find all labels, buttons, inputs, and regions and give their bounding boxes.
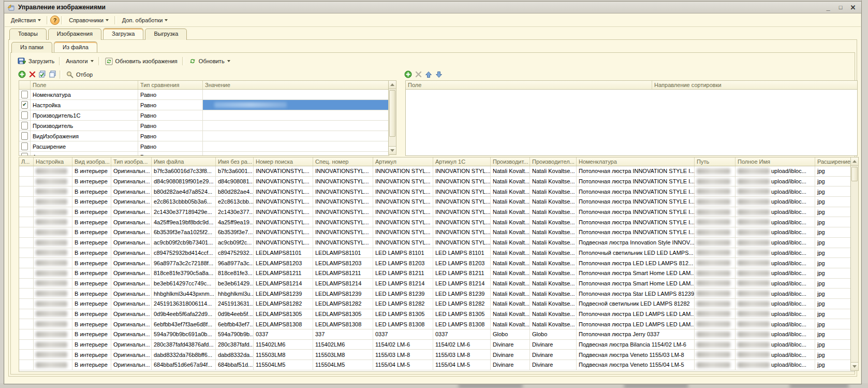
filter-field-cell[interactable]: ВидИзображения bbox=[31, 131, 138, 141]
filter-comparison-cell[interactable]: Равно bbox=[138, 90, 203, 99]
sort-add-icon[interactable] bbox=[403, 70, 413, 79]
column-header-comparison[interactable]: Тип сравнения bbox=[138, 81, 203, 89]
menu-catalogs[interactable]: Справочники bbox=[65, 16, 113, 25]
table-row[interactable]: В интерьереОригинальн...hhbghlkml3u443px… bbox=[19, 289, 855, 299]
help-icon[interactable]: ? bbox=[50, 16, 60, 25]
column-header-kind[interactable]: Вид изобра... bbox=[72, 157, 111, 166]
table-row[interactable]: В интерьереОригинальн...d84c9080819f901e… bbox=[19, 177, 855, 187]
filter-button[interactable]: Отбор bbox=[63, 70, 96, 79]
checkbox[interactable] bbox=[21, 91, 28, 98]
analogs-button[interactable]: Аналоги bbox=[63, 57, 96, 65]
filter-value-cell[interactable] bbox=[203, 90, 389, 99]
filter-comparison-cell[interactable]: Равно bbox=[138, 141, 203, 151]
table-row[interactable]: В интерьереОригинальн...dabd8332da76b8bf… bbox=[19, 350, 855, 360]
close-button[interactable]: ✕ bbox=[848, 3, 858, 12]
column-header-maker2[interactable]: Производител... bbox=[530, 157, 577, 166]
filter-row[interactable]: АртикулРавно bbox=[19, 152, 389, 156]
scroll-up-icon[interactable] bbox=[389, 81, 396, 89]
filter-field-cell[interactable]: Номенклатура bbox=[31, 90, 138, 99]
check-all-icon[interactable] bbox=[37, 70, 48, 79]
column-header-shortname[interactable]: Имя без ра... bbox=[216, 157, 254, 166]
filter-row[interactable]: НоменклатураРавно bbox=[19, 90, 389, 100]
table-row[interactable]: В интерьереОригинальн...6b3539f3e7aa1025… bbox=[19, 227, 855, 238]
refresh-images-button[interactable]: Обновить изображения bbox=[102, 56, 181, 66]
table-row[interactable]: В интерьереОригинальн...818ce81fe3790c5a… bbox=[19, 268, 855, 279]
column-header-specnum[interactable]: Спец. номер bbox=[313, 157, 373, 166]
filter-value-cell[interactable] bbox=[203, 121, 389, 131]
table-row[interactable]: В интерьереОригинальн...2c1430e377189429… bbox=[19, 207, 855, 218]
filter-value-cell[interactable] bbox=[203, 141, 389, 151]
column-header-field[interactable]: Поле bbox=[406, 81, 652, 89]
filter-scrollbar[interactable] bbox=[388, 80, 396, 155]
load-button[interactable]: Загрузить bbox=[14, 56, 57, 66]
filter-value-cell[interactable] bbox=[203, 152, 389, 156]
table-row[interactable]: В интерьереОригинальн...0d9b4eeb5f6afa22… bbox=[19, 309, 855, 320]
column-header-artikul[interactable]: Артикул bbox=[373, 157, 433, 166]
column-header-filename[interactable]: Имя файла bbox=[152, 157, 216, 166]
column-header-type[interactable]: Тип изобра... bbox=[111, 157, 152, 166]
refresh-button[interactable]: Обновить bbox=[186, 56, 233, 66]
filter-row[interactable]: ВидИзображенияРавно bbox=[19, 131, 389, 141]
filter-value-cell[interactable] bbox=[203, 110, 389, 120]
column-header-setting[interactable]: Настройка bbox=[34, 157, 72, 166]
tab-tovary[interactable]: Товары bbox=[9, 28, 47, 40]
menu-extra-processing[interactable]: Доп. обработки bbox=[118, 16, 172, 25]
table-row[interactable]: В интерьереОригинальн...e2c8613cbbb05b3a… bbox=[19, 197, 855, 207]
filter-comparison-cell[interactable]: Равно bbox=[138, 100, 203, 110]
filter-field-cell[interactable]: Расширение bbox=[31, 141, 138, 151]
checkbox[interactable] bbox=[21, 132, 28, 140]
scroll-up-icon[interactable] bbox=[851, 157, 858, 166]
subtab-iz-fayla[interactable]: Из файла bbox=[54, 41, 97, 52]
scrollbar-thumb[interactable] bbox=[851, 167, 858, 181]
filter-comparison-cell[interactable]: Равно bbox=[138, 121, 203, 131]
filter-comparison-cell[interactable]: Равно bbox=[138, 131, 203, 141]
menu-actions[interactable]: Действия bbox=[7, 16, 45, 25]
table-row[interactable]: В интерьереОригинальн...c894752932bd414c… bbox=[19, 248, 855, 258]
table-row[interactable]: В интерьереОригинальн...6ebfbb43ef7f3ae6… bbox=[19, 319, 855, 329]
table-row[interactable]: В интерьереОригинальн...4a25ff9ea19bf8bd… bbox=[19, 217, 855, 227]
table-row[interactable]: В интерьереОригинальн...b80d282ae4d7a852… bbox=[19, 186, 855, 197]
filter-field-cell[interactable]: Настройка bbox=[31, 100, 138, 110]
table-row[interactable]: В интерьереОригинальн...684bbaf51d6e67a9… bbox=[19, 360, 855, 370]
filter-row[interactable]: ✔НастройкаРавно bbox=[19, 100, 389, 110]
move-up-icon[interactable] bbox=[423, 70, 434, 79]
table-row[interactable]: В интерьереОригинальн...b7fc3a60016d7c33… bbox=[19, 166, 855, 177]
column-header-field[interactable]: Поле bbox=[31, 81, 138, 89]
scrollbar-thumb[interactable] bbox=[389, 90, 395, 137]
filter-field-cell[interactable]: Производитель1С bbox=[31, 110, 138, 120]
delete-row-icon[interactable] bbox=[27, 70, 37, 79]
column-header-ext[interactable]: Расширение bbox=[815, 157, 852, 166]
column-header-maker1[interactable]: Производит... bbox=[491, 157, 530, 166]
add-row-icon[interactable] bbox=[17, 70, 27, 79]
column-header-l[interactable]: Л... bbox=[19, 157, 34, 166]
tab-izobrazheniya[interactable]: Изображения bbox=[48, 28, 101, 40]
checkbox[interactable] bbox=[21, 111, 28, 119]
column-header-direction[interactable]: Направление сортировки bbox=[652, 81, 857, 89]
table-row[interactable]: В интерьереОригинальн...ac9cb09f2cb9b734… bbox=[19, 238, 855, 248]
filter-value-cell[interactable] bbox=[203, 131, 389, 141]
column-header-fullname[interactable]: Полное Имя bbox=[735, 157, 815, 166]
maximize-button[interactable]: □ bbox=[835, 3, 846, 12]
checkbox[interactable]: ✔ bbox=[21, 101, 28, 109]
table-row[interactable]: В интерьереОригинальн...280c387fafd43876… bbox=[19, 340, 855, 350]
checkbox[interactable] bbox=[21, 153, 28, 156]
table-row[interactable]: В интерьереОригинальн...594a790b9bc691a0… bbox=[19, 329, 855, 340]
filter-row[interactable]: Производитель1СРавно bbox=[19, 110, 389, 121]
minimize-button[interactable]: _ bbox=[823, 3, 833, 12]
filter-value-cell[interactable] bbox=[203, 100, 389, 110]
checkbox[interactable] bbox=[21, 122, 28, 130]
move-down-icon[interactable] bbox=[434, 70, 444, 79]
filter-row[interactable]: РасширениеРавно bbox=[19, 141, 389, 152]
tab-vygruzka[interactable]: Выгрузка bbox=[145, 28, 187, 40]
filter-comparison-cell[interactable]: Равно bbox=[138, 152, 203, 156]
checkbox[interactable] bbox=[21, 142, 28, 150]
column-header-searchnum[interactable]: Номер поиска bbox=[254, 157, 313, 166]
scroll-down-icon[interactable] bbox=[389, 146, 396, 154]
table-row[interactable]: В интерьереОригинальн...96a8977a3c2c7218… bbox=[19, 258, 855, 268]
column-header-artikul1c[interactable]: Артикул 1С bbox=[433, 157, 491, 166]
column-header-nomenclature[interactable]: Номенклатура bbox=[577, 157, 695, 166]
tab-zagruzka[interactable]: Загрузка bbox=[103, 28, 143, 39]
filter-comparison-cell[interactable]: Равно bbox=[138, 110, 203, 120]
filter-field-cell[interactable]: Производитель bbox=[31, 121, 138, 131]
filter-field-cell[interactable]: Артикул bbox=[31, 152, 138, 156]
